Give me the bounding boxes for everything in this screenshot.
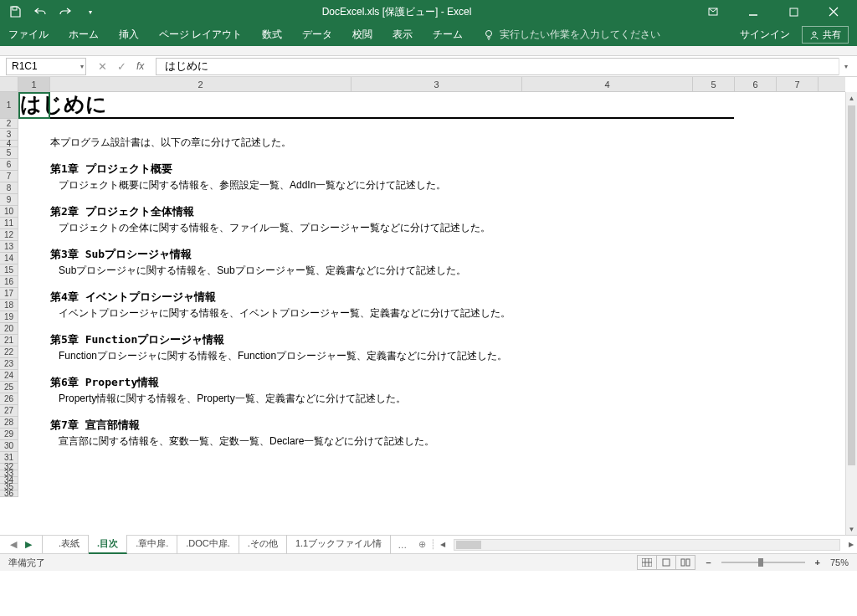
view-pagelayout-button[interactable] [656, 555, 676, 570]
row-header[interactable]: 7 [0, 171, 18, 182]
row-header[interactable]: 36 [0, 490, 18, 497]
chapter: 第1章 プロジェクト概要プロジェクト概要に関する情報を、参照設定一覧、AddIn… [50, 162, 511, 192]
row-header[interactable]: 17 [0, 288, 18, 300]
row-header[interactable]: 5 [0, 147, 18, 159]
column-header[interactable]: 1 [18, 77, 50, 91]
column-header[interactable]: 6 [735, 77, 777, 91]
row-header[interactable]: 1 [0, 92, 18, 119]
row-header[interactable]: 26 [0, 393, 18, 405]
horizontal-scrollbar[interactable] [454, 539, 840, 551]
row-header[interactable]: 13 [0, 241, 18, 253]
share-button[interactable]: 共有 [802, 26, 849, 44]
row-header[interactable]: 4 [0, 141, 18, 147]
formula-expand-icon[interactable]: ▾ [839, 58, 852, 75]
row-header[interactable]: 9 [0, 194, 18, 206]
tab-insert[interactable]: 挿入 [119, 28, 139, 42]
view-pagebreak-button[interactable] [675, 555, 695, 570]
close-icon[interactable] [817, 0, 850, 23]
hscroll-left-icon[interactable]: ◀ [437, 541, 449, 548]
row-header[interactable]: 14 [0, 253, 18, 264]
save-icon[interactable] [8, 5, 22, 18]
status-bar: 準備完了 – + 75% [0, 553, 857, 571]
row-header[interactable]: 12 [0, 229, 18, 241]
chapter-title: 第5章 Functionプロシージャ情報 [50, 332, 511, 347]
sheet-tab[interactable]: .DOC中扉. [177, 535, 239, 554]
sheet-tab[interactable]: .目次 [89, 535, 127, 554]
sheet-tab[interactable]: .表紙 [50, 535, 89, 554]
chevron-down-icon[interactable]: ▾ [80, 63, 84, 70]
row-header[interactable]: 19 [0, 311, 18, 323]
hscroll-right-icon[interactable]: ▶ [845, 541, 857, 548]
row-header[interactable]: 23 [0, 358, 18, 370]
sheet-tab-bar: ◀ ▶ .表紙.目次.章中扉..DOC中扉..その他1.1ブックファイル情 … … [0, 535, 857, 553]
view-normal-button[interactable] [637, 555, 657, 570]
row-header[interactable]: 16 [0, 276, 18, 288]
row-header[interactable]: 20 [0, 323, 18, 335]
tab-pagelayout[interactable]: ページ レイアウト [159, 28, 242, 42]
add-sheet-button[interactable]: ⊕ [413, 539, 430, 550]
row-header[interactable]: 21 [0, 335, 18, 346]
row-header[interactable]: 15 [0, 264, 18, 276]
redo-icon[interactable] [59, 5, 72, 18]
sheet-tab[interactable]: 1.1ブックファイル情 [287, 535, 391, 554]
minimize-icon[interactable] [736, 0, 770, 23]
formula-input[interactable]: はじめに [156, 58, 839, 75]
row-header[interactable]: 11 [0, 218, 18, 229]
row-header[interactable]: 22 [0, 346, 18, 358]
row-header[interactable]: 29 [0, 429, 18, 440]
scrollbar-thumb[interactable] [848, 105, 855, 465]
tab-team[interactable]: チーム [433, 28, 463, 42]
tab-file[interactable]: ファイル [8, 28, 49, 42]
column-header[interactable]: 3 [352, 77, 522, 91]
maximize-icon[interactable] [777, 0, 810, 23]
cells-area[interactable]: はじめに 本プログラム設計書は、以下の章に分けて記述した。 第1章 プロジェクト… [18, 92, 845, 535]
tab-view[interactable]: 表示 [393, 28, 413, 42]
zoom-level[interactable]: 75% [830, 557, 849, 567]
tab-data[interactable]: データ [302, 28, 332, 42]
scroll-up-icon[interactable]: ▲ [846, 92, 857, 104]
column-header[interactable]: 7 [777, 77, 819, 91]
scroll-down-icon[interactable]: ▼ [846, 523, 857, 535]
tell-me-search[interactable]: 実行したい作業を入力してください [483, 28, 660, 42]
row-header[interactable]: 10 [0, 206, 18, 218]
undo-icon[interactable] [33, 5, 47, 18]
row-header[interactable]: 30 [0, 440, 18, 452]
column-header[interactable]: 5 [693, 77, 735, 91]
tab-prev-icon[interactable]: ◀ [10, 539, 17, 550]
vertical-scrollbar[interactable]: ▲ ▼ [845, 92, 857, 535]
tab-home[interactable]: ホーム [69, 28, 99, 42]
chapter-title: 第1章 プロジェクト概要 [50, 162, 511, 177]
chapter: 第3章 Subプロシージャ情報Subプロシージャに関する情報を、Subプロシージ… [50, 247, 511, 278]
sheet-tab[interactable]: .その他 [239, 535, 287, 554]
signin-link[interactable]: サインイン [740, 28, 790, 42]
fx-icon[interactable]: fx [136, 60, 144, 72]
column-header[interactable]: 4 [522, 77, 693, 91]
row-header[interactable]: 8 [0, 182, 18, 194]
tab-formulas[interactable]: 数式 [262, 28, 282, 42]
ribbon-options-icon[interactable] [696, 0, 730, 23]
row-header[interactable]: 28 [0, 417, 18, 429]
sheet-tab[interactable]: .章中扉. [127, 535, 177, 554]
zoom-thumb[interactable] [758, 558, 763, 567]
row-header[interactable]: 24 [0, 370, 18, 382]
tab-review[interactable]: 校閲 [352, 28, 372, 42]
tab-more[interactable]: … [391, 540, 413, 550]
zoom-slider[interactable] [721, 562, 805, 563]
chapter-title: 第4章 イベントプロシージャ情報 [50, 290, 511, 305]
zoom-out-button[interactable]: – [702, 557, 714, 567]
row-header[interactable]: 25 [0, 382, 18, 393]
row-header[interactable]: 27 [0, 405, 18, 417]
zoom-in-button[interactable]: + [812, 557, 824, 567]
select-all-corner[interactable] [0, 77, 18, 91]
tab-next-icon[interactable]: ▶ [25, 539, 32, 550]
enter-icon[interactable]: ✓ [117, 60, 126, 73]
column-header[interactable]: 2 [50, 77, 352, 91]
name-box[interactable]: R1C1 ▾ [6, 58, 86, 75]
cancel-icon[interactable]: ✕ [98, 60, 107, 73]
qat-dropdown-icon[interactable]: ▾ [84, 5, 97, 18]
hscroll-thumb[interactable] [456, 541, 481, 549]
row-header[interactable]: 2 [0, 119, 18, 129]
row-header[interactable]: 6 [0, 159, 18, 171]
chapter: 第7章 宣言部情報宣言部に関する情報を、変数一覧、定数一覧、Declare一覧な… [50, 418, 511, 449]
row-header[interactable]: 18 [0, 300, 18, 311]
